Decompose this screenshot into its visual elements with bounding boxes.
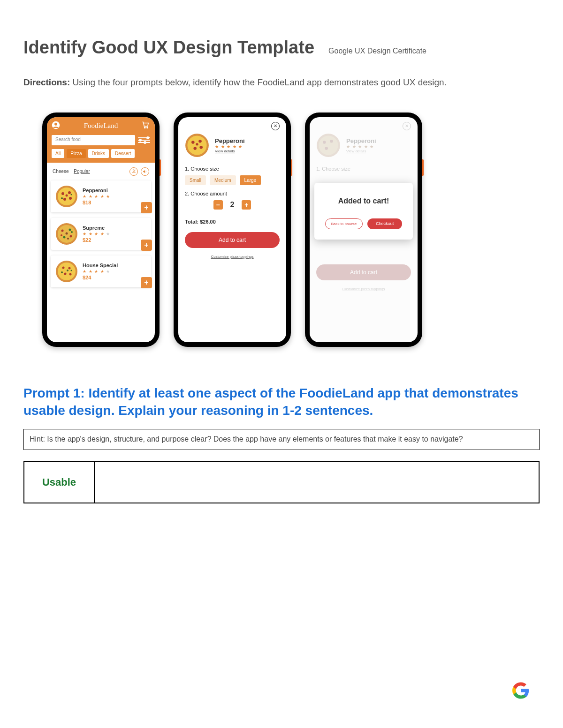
svg-point-25	[62, 266, 65, 269]
svg-point-30	[67, 270, 68, 271]
item-rating: ★ ★ ★ ★ ★	[83, 232, 110, 236]
svg-point-16	[69, 228, 71, 231]
pizza-image	[185, 133, 209, 158]
item-price: $18	[83, 200, 110, 205]
back-to-browse-button[interactable]: Back to browse	[325, 218, 363, 229]
search-input[interactable]: Search food	[52, 135, 135, 145]
item-rating: ★ ★ ★ ★ ★	[83, 269, 118, 274]
svg-point-18	[70, 235, 72, 237]
pizza-image	[55, 185, 78, 208]
svg-point-7	[68, 191, 71, 194]
svg-point-1	[54, 122, 57, 125]
svg-point-9	[69, 197, 72, 200]
add-to-cart-button[interactable]: Add to cart	[185, 232, 280, 248]
svg-point-27	[64, 272, 67, 275]
answer-table: Usable	[23, 461, 540, 503]
directions-label: Directions:	[23, 77, 70, 87]
page-title: Identify Good UX Design Template	[23, 38, 314, 58]
item-price: $22	[83, 237, 110, 243]
brand-title: FoodieLand	[84, 122, 118, 130]
choose-size-label: 1. Choose size	[185, 166, 280, 172]
pizza-image	[55, 223, 78, 245]
add-item-button[interactable]: +	[141, 240, 152, 251]
svg-point-21	[71, 231, 73, 233]
phone-modal-screen: ✕ Pepperoni ★ ★ ★ ★ ★ View details 1. Ch…	[305, 113, 422, 347]
svg-point-10	[66, 194, 68, 196]
svg-point-12	[71, 194, 72, 195]
answer-label-usable: Usable	[24, 462, 95, 503]
total-label: Total: $26.00	[185, 219, 280, 225]
list-item[interactable]: Pepperoni ★ ★ ★ ★ ★ $18 +	[51, 180, 151, 212]
user-icon[interactable]	[52, 121, 60, 131]
increment-button[interactable]: +	[242, 200, 251, 210]
filter-popular[interactable]: Popular	[74, 169, 90, 174]
item-rating: ★ ★ ★ ★ ★	[83, 194, 110, 199]
cart-icon[interactable]	[142, 121, 150, 131]
directions-text: Using the four prompts below, identify h…	[70, 77, 447, 87]
answer-cell[interactable]	[95, 462, 539, 503]
customize-toppings-link[interactable]: Customize pizza toppings	[185, 255, 280, 259]
checkout-button[interactable]: Checkout	[367, 218, 402, 229]
view-details-link[interactable]: View details	[215, 149, 245, 153]
svg-point-8	[63, 198, 66, 201]
svg-point-31	[71, 270, 72, 271]
close-icon[interactable]: ✕	[271, 122, 280, 130]
svg-point-19	[66, 232, 68, 234]
svg-point-29	[61, 271, 63, 273]
sound-icon[interactable]	[141, 167, 149, 176]
svg-point-34	[191, 141, 195, 144]
modal-message: Added to cart!	[321, 197, 406, 205]
page-subtitle: Google UX Design Certificate	[328, 47, 426, 55]
decrement-button[interactable]: −	[213, 200, 223, 210]
tab-pizza[interactable]: Pizza	[67, 149, 85, 158]
svg-point-35	[198, 140, 202, 143]
tab-drinks[interactable]: Drinks	[88, 149, 109, 158]
filter-cheese[interactable]: Cheese	[53, 169, 68, 174]
svg-point-28	[69, 273, 72, 275]
phone-list-screen: FoodieLand Search food All Pizza Drinks …	[42, 113, 160, 347]
google-logo-icon	[511, 681, 530, 700]
svg-point-20	[61, 234, 62, 236]
directions: Directions: Using the four prompts below…	[23, 76, 540, 89]
svg-point-36	[193, 147, 197, 150]
size-medium[interactable]: Medium	[210, 175, 236, 185]
choose-amount-label: 2. Choose amount	[185, 191, 280, 196]
item-name: Supreme	[83, 225, 110, 231]
add-item-button[interactable]: +	[141, 277, 152, 288]
phone-mockups: FoodieLand Search food All Pizza Drinks …	[23, 113, 540, 347]
svg-point-24	[58, 263, 76, 280]
svg-point-11	[61, 197, 63, 199]
size-small[interactable]: Small	[185, 175, 206, 185]
svg-point-17	[63, 236, 66, 238]
svg-point-37	[199, 146, 203, 149]
tab-all[interactable]: All	[52, 149, 64, 158]
product-rating: ★ ★ ★ ★ ★	[215, 144, 245, 149]
svg-point-26	[68, 267, 71, 269]
list-item[interactable]: House Special ★ ★ ★ ★ ★ $24 +	[51, 255, 151, 287]
product-title: Pepperoni	[215, 137, 245, 144]
item-name: House Special	[83, 263, 118, 268]
phone-edge-button	[422, 159, 424, 176]
pizza-image	[55, 260, 78, 283]
size-large[interactable]: Large	[240, 175, 261, 185]
svg-point-3	[147, 127, 148, 128]
tab-dessert[interactable]: Dessert	[111, 149, 135, 158]
svg-point-22	[67, 238, 69, 240]
list-item[interactable]: Supreme ★ ★ ★ ★ ★ $22 +	[51, 218, 151, 250]
item-price: $24	[83, 275, 118, 280]
quantity-value: 2	[230, 201, 235, 209]
phone-edge-button	[291, 159, 292, 176]
svg-point-15	[61, 229, 64, 232]
translate-icon[interactable]: 文	[129, 167, 138, 176]
added-to-cart-modal: Added to cart! Back to browse Checkout	[314, 183, 413, 240]
svg-point-2	[145, 127, 145, 128]
svg-point-38	[196, 143, 198, 145]
svg-point-6	[61, 192, 64, 195]
filter-sliders-icon[interactable]	[138, 135, 150, 145]
hint-box: Hint: Is the app's design, structure, an…	[23, 429, 540, 450]
phone-edge-button	[160, 159, 161, 176]
phone-detail-screen: ✕ Pepperoni ★ ★ ★ ★ ★ View details 1. Ch…	[174, 113, 291, 347]
item-name: Pepperoni	[83, 188, 110, 193]
prompt-1-heading: Prompt 1: Identify at least one aspect o…	[23, 384, 540, 420]
add-item-button[interactable]: +	[141, 202, 152, 213]
